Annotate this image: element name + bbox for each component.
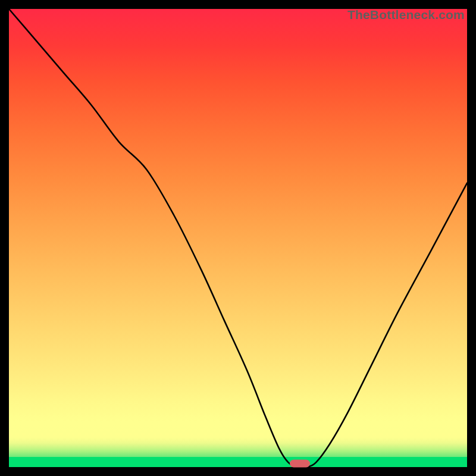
bottleneck-curve-path xyxy=(9,9,467,468)
bottleneck-curve-svg xyxy=(9,9,467,467)
plot-area: TheBottleneck.com xyxy=(9,9,467,467)
chart-frame: TheBottleneck.com xyxy=(0,0,476,476)
optimal-point-marker xyxy=(290,459,310,467)
